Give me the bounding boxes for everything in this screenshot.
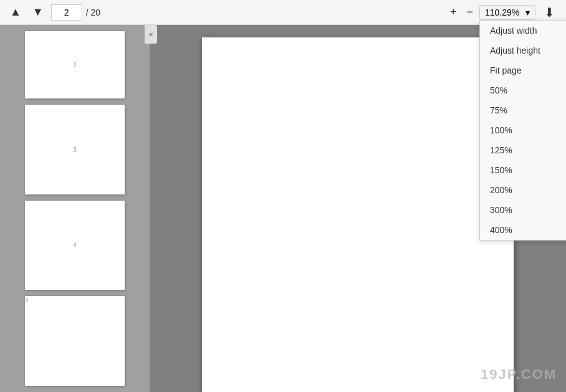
sidebar-panel: 2 3 4 5: [0, 25, 150, 392]
zoom-dropdown: 110.29% ▾ Adjust width Adjust height Fit…: [479, 5, 535, 20]
zoom-option-400[interactable]: 400%: [480, 220, 566, 240]
zoom-option-300[interactable]: 300%: [480, 200, 566, 220]
zoom-option-75[interactable]: 75%: [480, 100, 566, 120]
page-down-button[interactable]: ▼: [29, 3, 47, 21]
zoom-option-adjust-width[interactable]: Adjust width: [480, 21, 566, 41]
zoom-dropdown-menu: Adjust width Adjust height Fit page 50% …: [479, 20, 566, 241]
zoom-select-button[interactable]: 110.29% ▾: [479, 5, 535, 20]
zoom-value-label: 110.29%: [485, 7, 519, 17]
thumb-page-num-4: 4: [73, 242, 77, 249]
toolbar: ▲ ▼ / 20 + − 110.29% ▾ Adjust width Adju…: [0, 0, 566, 25]
zoom-in-button[interactable]: +: [446, 3, 461, 21]
thumbnail-page-5[interactable]: 5: [25, 296, 125, 386]
chevron-down-icon: ▾: [525, 7, 530, 17]
thumb-page-num-2: 2: [73, 61, 77, 68]
zoom-option-fit-page[interactable]: Fit page: [480, 60, 566, 80]
thumb-page-num-5: 5: [25, 296, 29, 303]
thumbnail-page-2[interactable]: 2: [25, 31, 125, 98]
thumbnail-page-3[interactable]: 3: [25, 105, 125, 194]
zoom-option-125[interactable]: 125%: [480, 140, 566, 160]
sidebar-collapse-button[interactable]: «: [145, 25, 157, 44]
page-up-button[interactable]: ▲: [6, 3, 25, 21]
zoom-option-200[interactable]: 200%: [480, 180, 566, 200]
page-total: / 20: [86, 7, 100, 17]
zoom-controls: + − 110.29% ▾ Adjust width Adjust height…: [446, 3, 535, 21]
watermark: 19JP.COM: [481, 366, 557, 383]
zoom-out-button[interactable]: −: [463, 3, 477, 21]
zoom-option-100[interactable]: 100%: [480, 120, 566, 140]
pdf-page-view: [202, 37, 514, 392]
download-button[interactable]: ⬇: [539, 2, 560, 22]
zoom-option-50[interactable]: 50%: [480, 80, 566, 100]
thumbnail-page-4[interactable]: 4: [25, 201, 125, 290]
thumb-page-num-3: 3: [73, 146, 77, 153]
zoom-option-150[interactable]: 150%: [480, 160, 566, 180]
page-number-input[interactable]: [51, 4, 82, 21]
zoom-option-adjust-height[interactable]: Adjust height: [480, 41, 566, 60]
